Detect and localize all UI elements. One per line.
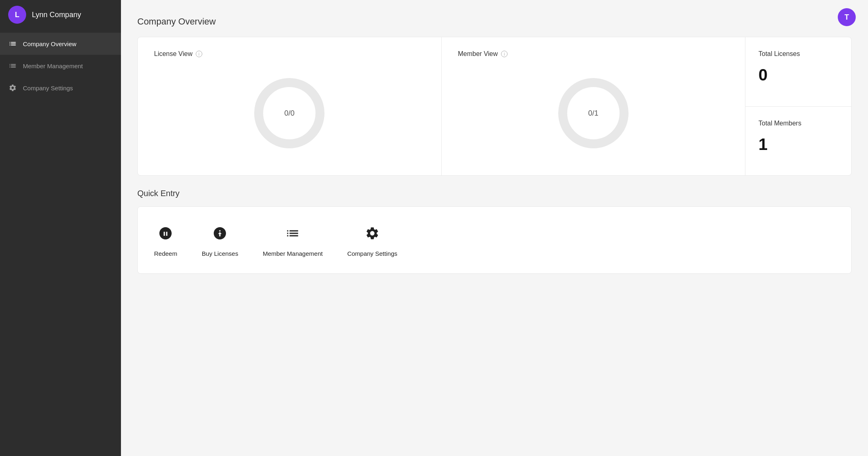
member-donut-container: 0/1 — [458, 64, 729, 162]
sidebar-item-label-members: Member Management — [23, 63, 83, 69]
sidebar-item-company-overview[interactable]: Company Overview — [0, 33, 121, 55]
main-content: T Company Overview License View i 0/0 Me… — [121, 0, 868, 456]
totals-section: Total Licenses 0 Total Members 1 — [745, 37, 851, 175]
sidebar-item-company-settings[interactable]: Company Settings — [0, 77, 121, 99]
quick-entry-card: Redeem Buy Licenses Member Management — [137, 206, 852, 274]
member-donut-wrapper: 0/1 — [553, 72, 634, 154]
total-members-block: Total Members 1 — [745, 106, 851, 176]
redeem-icon — [155, 223, 176, 244]
sidebar: L Lynn Company Company Overview Member M… — [0, 0, 121, 456]
member-view-info-icon[interactable]: i — [501, 51, 508, 57]
license-view-title: License View i — [154, 50, 202, 58]
quick-entry-title: Quick Entry — [137, 189, 852, 198]
company-settings-quick-icon — [362, 223, 383, 244]
sidebar-item-label-settings: Company Settings — [23, 85, 73, 92]
member-management-quick-icon — [282, 223, 303, 244]
total-members-label: Total Members — [758, 120, 838, 127]
company-settings-quick-label: Company Settings — [347, 250, 398, 257]
total-licenses-block: Total Licenses 0 — [745, 37, 851, 106]
license-view-section: License View i 0/0 — [138, 37, 441, 175]
quick-entry-redeem[interactable]: Redeem — [154, 223, 177, 257]
member-view-section: Member View i 0/1 — [441, 37, 745, 175]
stats-card: License View i 0/0 Member View i — [137, 37, 852, 176]
license-view-info-icon[interactable]: i — [196, 51, 202, 57]
user-avatar[interactable]: T — [838, 8, 856, 26]
company-name: Lynn Company — [32, 11, 81, 19]
total-licenses-value: 0 — [758, 66, 838, 84]
member-donut-label: 0/1 — [588, 109, 598, 118]
sidebar-header: L Lynn Company — [0, 0, 121, 29]
total-members-value: 1 — [758, 135, 838, 154]
member-management-quick-label: Member Management — [263, 250, 323, 257]
company-overview-icon — [8, 39, 17, 48]
member-management-icon — [8, 61, 17, 70]
sidebar-item-label-overview: Company Overview — [23, 40, 76, 47]
page-title: Company Overview — [137, 16, 852, 27]
sidebar-item-member-management[interactable]: Member Management — [0, 55, 121, 77]
buy-licenses-label: Buy Licenses — [202, 250, 238, 257]
quick-entry-member-management[interactable]: Member Management — [263, 223, 323, 257]
license-donut-label: 0/0 — [284, 109, 295, 118]
quick-entry-buy-licenses[interactable]: Buy Licenses — [202, 223, 238, 257]
redeem-label: Redeem — [154, 250, 177, 257]
license-donut-wrapper: 0/0 — [248, 72, 330, 154]
quick-entry-company-settings[interactable]: Company Settings — [347, 223, 398, 257]
member-view-title: Member View i — [458, 50, 508, 58]
total-licenses-label: Total Licenses — [758, 50, 838, 58]
company-avatar: L — [8, 6, 26, 24]
settings-icon — [8, 83, 17, 92]
license-donut-container: 0/0 — [154, 64, 425, 162]
sidebar-nav: Company Overview Member Management Compa… — [0, 29, 121, 102]
buy-licenses-icon — [210, 223, 230, 244]
